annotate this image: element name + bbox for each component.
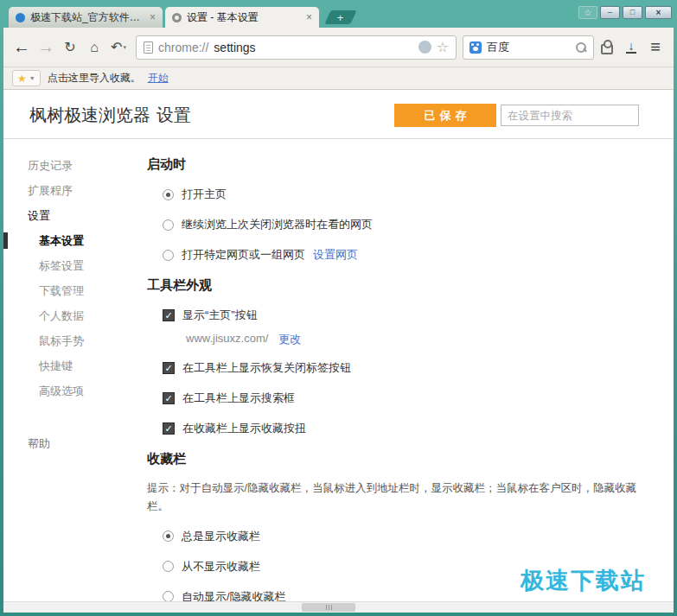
option-label: 打开主页 xyxy=(182,187,227,202)
address-bar[interactable]: chrome:// settings ☆ xyxy=(136,35,457,60)
import-bookmarks-hint: 点击这里导入收藏。 xyxy=(48,71,141,86)
checkbox-option-show-reopen-closed-tab[interactable]: ✓ 在工具栏上显示恢复关闭标签按钮 xyxy=(163,360,639,376)
titlebar-star-icon[interactable]: ☆ xyxy=(578,6,597,19)
baidu-logo-icon xyxy=(469,41,482,54)
downloads-button[interactable]: ↓ xyxy=(620,36,642,59)
checkbox-icon[interactable]: ✓ xyxy=(163,422,175,435)
site-favicon-icon xyxy=(16,13,25,22)
settings-sidebar: 历史记录 扩展程序 设置 基本设置 标签设置 下载管理 个人数据 鼠标手势 快捷… xyxy=(3,139,133,601)
close-button[interactable]: × xyxy=(645,6,672,19)
option-label: 自动显示/隐藏收藏栏 xyxy=(182,589,286,602)
bookmarks-bar: ★ ▼ 点击这里导入收藏。 开始 xyxy=(3,67,674,90)
settings-body: 历史记录 扩展程序 设置 基本设置 标签设置 下载管理 个人数据 鼠标手势 快捷… xyxy=(3,139,674,601)
window-controls: ☆ – □ × xyxy=(578,6,672,19)
section-title: 收藏栏 xyxy=(147,451,639,467)
homepage-url: www.jisuxz.com/ xyxy=(186,332,268,347)
bookmark-bar-hint: 提示：对于自动显示/隐藏收藏栏，当鼠标进入到地址栏时，显示收藏栏；当鼠标在客户区… xyxy=(147,479,639,517)
menu-button[interactable]: ≡ xyxy=(644,36,667,59)
option-label: 显示“主页”按钮 xyxy=(182,308,258,323)
settings-search-input[interactable] xyxy=(501,105,639,126)
plus-icon: + xyxy=(337,12,344,23)
chevron-down-icon: ▾ xyxy=(123,44,126,51)
section-startup: 启动时 打开主页 继续浏览上次关闭浏览器时在看的网页 打开特定网页或一组网页 设… xyxy=(147,156,639,263)
back-icon[interactable]: ← xyxy=(10,36,33,59)
search-box[interactable]: 百度 xyxy=(463,35,594,60)
tab-settings[interactable]: 设置 - 基本设置 × xyxy=(165,7,319,28)
refresh-icon[interactable]: ↻ xyxy=(59,36,81,59)
set-pages-link[interactable]: 设置网页 xyxy=(313,247,358,263)
radio-icon[interactable] xyxy=(163,189,174,200)
tab-title: 设置 - 基本设置 xyxy=(187,10,301,25)
settings-main: 启动时 打开主页 继续浏览上次关闭浏览器时在看的网页 打开特定网页或一组网页 设… xyxy=(133,139,674,601)
scrollbar-thumb[interactable] xyxy=(302,603,355,612)
sidebar-item-mouse-gestures[interactable]: 鼠标手势 xyxy=(39,328,133,353)
tab-close-icon[interactable]: × xyxy=(150,12,156,22)
radio-icon[interactable] xyxy=(163,219,174,231)
sidebar-item-history[interactable]: 历史记录 xyxy=(28,153,133,178)
browser-toolbar: ← → ↻ ⌂ ↶ ▾ chrome:// settings ☆ 百度 ↓ xyxy=(3,28,674,67)
option-label: 继续浏览上次关闭浏览器时在看的网页 xyxy=(182,217,373,232)
radio-option-always-show-bar[interactable]: 总是显示收藏栏 xyxy=(163,529,639,544)
option-label: 总是显示收藏栏 xyxy=(182,529,260,544)
radio-option-continue-last-session[interactable]: 继续浏览上次关闭浏览器时在看的网页 xyxy=(163,217,639,232)
radio-icon[interactable] xyxy=(163,250,174,261)
sidebar-item-settings[interactable]: 设置 xyxy=(28,203,133,228)
tab-strip: 极速下载站_官方软件下载 × 设置 - 基本设置 × + ☆ – □ × xyxy=(3,3,674,28)
new-tab-button[interactable]: + xyxy=(324,10,356,24)
radio-icon[interactable] xyxy=(163,591,174,601)
sidebar-item-basic-settings[interactable]: 基本设置 xyxy=(39,228,133,253)
radio-icon[interactable] xyxy=(163,561,174,572)
checkbox-icon[interactable]: ✓ xyxy=(163,392,175,404)
section-title: 启动时 xyxy=(147,156,639,173)
option-label: 在工具栏上显示恢复关闭标签按钮 xyxy=(182,360,351,376)
sidebar-item-tab-settings[interactable]: 标签设置 xyxy=(39,253,133,278)
section-toolbar-appearance: 工具栏外观 ✓ 显示“主页”按钮 www.jisuxz.com/ 更改 ✓ 在工… xyxy=(147,277,639,436)
forward-icon[interactable]: → xyxy=(35,36,57,59)
saved-button[interactable]: 已保存 xyxy=(394,104,496,127)
home-icon[interactable]: ⌂ xyxy=(83,36,105,59)
hamburger-icon: ≡ xyxy=(650,37,661,57)
page-action-icon[interactable] xyxy=(418,41,431,54)
radio-option-open-homepage[interactable]: 打开主页 xyxy=(163,187,639,202)
site-watermark: 极速下载站 xyxy=(521,565,646,596)
checkbox-icon[interactable]: ✓ xyxy=(163,362,175,374)
undo-closed-tab-button[interactable]: ↶ ▾ xyxy=(107,36,130,59)
page-title: 枫树极速浏览器设置 xyxy=(29,104,191,127)
option-label: 在收藏栏上显示收藏按扭 xyxy=(182,421,306,436)
settings-page: 枫树极速浏览器设置 已保存 历史记录 扩展程序 设置 基本设置 标签设置 下载管… xyxy=(3,90,674,613)
tab-close-icon[interactable]: × xyxy=(306,12,312,22)
horizontal-scrollbar[interactable] xyxy=(3,601,674,613)
puzzle-icon xyxy=(601,44,613,54)
option-label: 在工具栏上显示搜索框 xyxy=(182,391,295,406)
sidebar-item-shortcuts[interactable]: 快捷键 xyxy=(39,353,133,378)
bookmark-this-page-icon[interactable]: ☆ xyxy=(437,41,449,54)
radio-option-open-specific-pages[interactable]: 打开特定网页或一组网页 设置网页 xyxy=(163,247,639,263)
change-homepage-link[interactable]: 更改 xyxy=(278,332,301,347)
settings-header: 枫树极速浏览器设置 已保存 xyxy=(3,90,674,139)
start-import-link[interactable]: 开始 xyxy=(148,71,169,86)
page-title-text: 设置 xyxy=(156,105,191,124)
undo-icon: ↶ xyxy=(111,39,122,55)
address-scheme: chrome:// xyxy=(158,41,208,54)
page-icon xyxy=(144,41,153,54)
search-engine-label: 百度 xyxy=(487,40,570,55)
search-icon[interactable] xyxy=(575,41,587,54)
sidebar-item-personal-data[interactable]: 个人数据 xyxy=(39,303,133,328)
maximize-button[interactable]: □ xyxy=(623,6,642,19)
homepage-url-row: www.jisuxz.com/ 更改 xyxy=(186,332,639,347)
checkbox-option-show-home-button[interactable]: ✓ 显示“主页”按钮 xyxy=(163,308,639,323)
minimize-button[interactable]: – xyxy=(600,6,620,19)
settings-subnav: 基本设置 标签设置 下载管理 个人数据 鼠标手势 快捷键 高级选项 xyxy=(28,228,133,403)
bookmarks-star-button[interactable]: ★ ▼ xyxy=(12,70,41,86)
sidebar-item-download-manager[interactable]: 下载管理 xyxy=(39,278,133,303)
sidebar-item-help[interactable]: 帮助 xyxy=(28,431,133,456)
sidebar-item-extensions[interactable]: 扩展程序 xyxy=(28,178,133,203)
radio-icon[interactable] xyxy=(163,530,174,542)
checkbox-option-show-search-box[interactable]: ✓ 在工具栏上显示搜索框 xyxy=(163,391,639,406)
checkbox-option-show-bookmark-button[interactable]: ✓ 在收藏栏上显示收藏按扭 xyxy=(163,421,639,436)
checkbox-icon[interactable]: ✓ xyxy=(163,309,175,321)
extensions-button[interactable] xyxy=(596,36,618,59)
tab-download-site[interactable]: 极速下载站_官方软件下载 × xyxy=(9,7,163,28)
option-label: 打开特定网页或一组网页 xyxy=(182,247,305,263)
sidebar-item-advanced[interactable]: 高级选项 xyxy=(39,378,133,403)
